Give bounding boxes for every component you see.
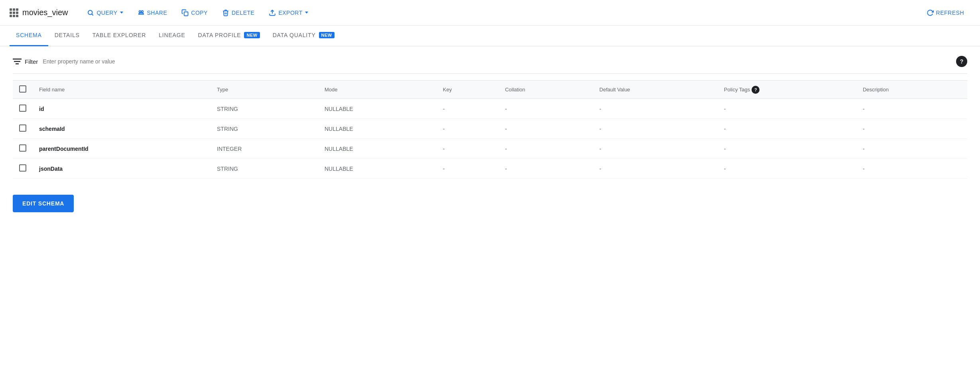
cell-type-0: STRING	[211, 99, 318, 119]
cell-collation-3: -	[499, 159, 593, 179]
cell-type-1: STRING	[211, 119, 318, 139]
filter-bar: Filter ?	[13, 56, 967, 74]
col-header-policy-tags: Policy Tags ?	[718, 81, 856, 99]
row-checkbox-cell-2[interactable]	[13, 139, 33, 159]
row-checkbox-1[interactable]	[19, 124, 26, 132]
row-checkbox-cell-0[interactable]	[13, 99, 33, 119]
share-button[interactable]: SHARE	[131, 6, 174, 20]
cell-collation-2: -	[499, 139, 593, 159]
cell-policy-2: -	[718, 139, 856, 159]
filter-input[interactable]	[43, 58, 951, 65]
row-checkbox-0[interactable]	[19, 105, 26, 112]
copy-icon	[181, 9, 189, 16]
tab-details[interactable]: DETAILS	[48, 26, 86, 46]
row-checkbox-2[interactable]	[19, 144, 26, 152]
row-checkbox-cell-1[interactable]	[13, 119, 33, 139]
apps-icon[interactable]	[10, 8, 18, 17]
delete-icon	[222, 9, 229, 16]
cell-desc-2: -	[856, 139, 967, 159]
cell-default-2: -	[593, 139, 718, 159]
toolbar-title-section: movies_view	[10, 8, 68, 17]
chevron-down-export-icon	[305, 12, 308, 14]
cell-default-3: -	[593, 159, 718, 179]
select-all-header[interactable]	[13, 81, 33, 99]
table-row: jsonData STRING NULLABLE - - - - -	[13, 159, 967, 179]
col-header-field-name: Field name	[33, 81, 211, 99]
filter-icon-wrap: Filter	[13, 58, 38, 65]
cell-collation-1: -	[499, 119, 593, 139]
delete-button[interactable]: DELETE	[216, 6, 261, 20]
cell-key-2: -	[437, 139, 499, 159]
table-row: parentDocumentId INTEGER NULLABLE - - - …	[13, 139, 967, 159]
cell-desc-3: -	[856, 159, 967, 179]
table-row: id STRING NULLABLE - - - - -	[13, 99, 967, 119]
tab-data-quality[interactable]: DATA QUALITY NEW	[266, 26, 341, 46]
col-header-default-value: Default Value	[593, 81, 718, 99]
refresh-button[interactable]: REFRESH	[920, 6, 970, 20]
table-header-row: Field name Type Mode Key Collation Defau…	[13, 81, 967, 99]
col-header-key: Key	[437, 81, 499, 99]
svg-point-0	[88, 10, 92, 15]
cell-mode-3: NULLABLE	[318, 159, 437, 179]
col-header-mode: Mode	[318, 81, 437, 99]
edit-schema-button[interactable]: EDIT SCHEMA	[13, 195, 74, 212]
cell-field-name-2: parentDocumentId	[33, 139, 211, 159]
cell-field-name-0: id	[33, 99, 211, 119]
col-header-description: Description	[856, 81, 967, 99]
export-icon	[269, 9, 276, 16]
svg-rect-3	[184, 12, 188, 16]
search-icon	[87, 9, 94, 16]
cell-policy-1: -	[718, 119, 856, 139]
cell-policy-0: -	[718, 99, 856, 119]
tab-bar: SCHEMA DETAILS TABLE EXPLORER LINEAGE DA…	[0, 26, 980, 46]
toolbar: movies_view QUERY SHARE COPY DELETE EXPO…	[0, 0, 980, 26]
cell-key-0: -	[437, 99, 499, 119]
row-checkbox-3[interactable]	[19, 164, 26, 172]
schema-table: Field name Type Mode Key Collation Defau…	[13, 80, 967, 179]
col-header-type: Type	[211, 81, 318, 99]
share-icon	[138, 9, 145, 16]
cell-type-2: INTEGER	[211, 139, 318, 159]
cell-policy-3: -	[718, 159, 856, 179]
cell-key-1: -	[437, 119, 499, 139]
svg-point-2	[139, 10, 141, 12]
query-button[interactable]: QUERY	[81, 6, 129, 20]
help-icon[interactable]: ?	[956, 56, 967, 67]
svg-line-1	[92, 14, 93, 15]
select-all-checkbox[interactable]	[19, 85, 26, 93]
export-button[interactable]: EXPORT	[262, 6, 314, 20]
cell-desc-1: -	[856, 119, 967, 139]
cell-field-name-1: schemaId	[33, 119, 211, 139]
data-quality-badge: NEW	[319, 32, 335, 38]
refresh-icon	[927, 9, 934, 16]
cell-mode-2: NULLABLE	[318, 139, 437, 159]
row-checkbox-cell-3[interactable]	[13, 159, 33, 179]
cell-type-3: STRING	[211, 159, 318, 179]
filter-label: Filter	[25, 58, 38, 65]
cell-mode-1: NULLABLE	[318, 119, 437, 139]
toolbar-actions: QUERY SHARE COPY DELETE EXPORT REFRESH	[81, 6, 970, 20]
cell-desc-0: -	[856, 99, 967, 119]
filter-icon	[13, 58, 22, 65]
cell-field-name-3: jsonData	[33, 159, 211, 179]
copy-button[interactable]: COPY	[175, 6, 214, 20]
policy-tags-help-icon[interactable]: ?	[752, 86, 760, 94]
tab-table-explorer[interactable]: TABLE EXPLORER	[86, 26, 153, 46]
cell-collation-0: -	[499, 99, 593, 119]
chevron-down-icon	[120, 12, 123, 14]
cell-default-0: -	[593, 99, 718, 119]
cell-key-3: -	[437, 159, 499, 179]
data-profile-badge: NEW	[244, 32, 260, 38]
table-row: schemaId STRING NULLABLE - - - - -	[13, 119, 967, 139]
page-title: movies_view	[22, 8, 68, 17]
cell-default-1: -	[593, 119, 718, 139]
main-content: Filter ? Field name Type Mode	[0, 46, 980, 222]
col-header-collation: Collation	[499, 81, 593, 99]
cell-mode-0: NULLABLE	[318, 99, 437, 119]
tab-lineage[interactable]: LINEAGE	[152, 26, 191, 46]
tab-data-profile[interactable]: DATA PROFILE NEW	[192, 26, 266, 46]
tab-schema[interactable]: SCHEMA	[10, 26, 48, 46]
